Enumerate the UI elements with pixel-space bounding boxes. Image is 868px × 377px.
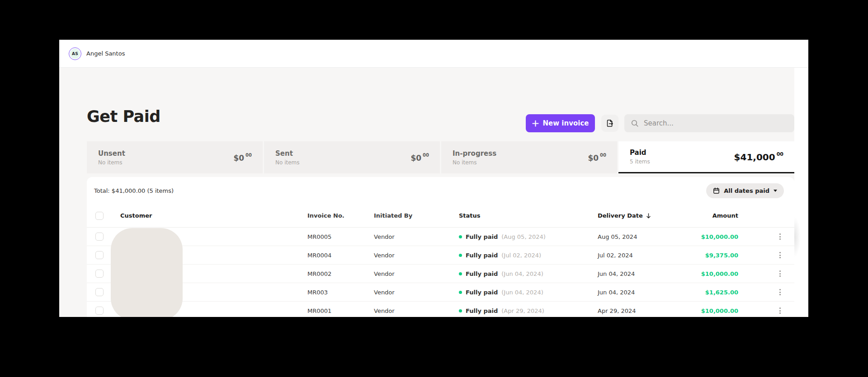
status-dot-icon — [459, 254, 462, 257]
caret-down-icon — [774, 190, 777, 192]
search-box — [624, 114, 794, 132]
amount-cell: $10,000.00 — [679, 233, 752, 240]
initiated-by-cell: Vendor — [369, 270, 450, 277]
tab-amount: $41,00000 — [734, 151, 783, 163]
delivery-date-cell: Jul 02, 2024 — [594, 252, 679, 259]
tab-item-count: No items — [453, 159, 496, 166]
date-filter-dropdown[interactable]: All dates paid — [706, 183, 784, 198]
tab-label: Paid — [630, 149, 650, 157]
status-cell: Fully paid (Aug 05, 2024) — [450, 233, 594, 240]
initiated-by-cell: Vendor — [369, 252, 450, 259]
tab-sent[interactable]: Sent No items $000 — [264, 141, 440, 173]
column-header-amount: Amount — [679, 212, 752, 219]
invoice-table-card: Total: $41,000.00 (5 items) All dates pa… — [87, 177, 794, 317]
row-actions-kebab-icon[interactable] — [778, 250, 783, 260]
invoice-row[interactable]: MR0005 Vendor Fully paid (Aug 05, 2024) … — [87, 228, 794, 246]
invoice-no-cell: MR0002 — [303, 270, 369, 277]
column-header-invoice-no: Invoice No. — [303, 212, 369, 219]
amount-cell: $10,000.00 — [679, 270, 752, 277]
status-tabs: Unsent No items $000 Sent No items $000 … — [87, 141, 794, 173]
tab-amount: $000 — [233, 153, 252, 163]
plus-icon — [532, 120, 539, 127]
page-title: Get Paid — [87, 107, 160, 126]
tab-label: Unsent — [98, 149, 125, 158]
calendar-icon — [713, 187, 720, 194]
column-header-customer: Customer — [108, 212, 303, 219]
avatar-initials: AS — [70, 49, 80, 59]
customer-redaction-blob — [111, 228, 183, 317]
new-invoice-button[interactable]: New invoice — [526, 114, 595, 132]
column-header-initiated-by: Initiated By — [369, 212, 450, 219]
right-edge-panel — [794, 68, 808, 317]
app-window: AS Angel Santos Get Paid New invoice — [59, 40, 808, 317]
avatar[interactable]: AS — [69, 47, 81, 60]
tab-item-count: No items — [98, 159, 125, 166]
row-actions-kebab-icon[interactable] — [778, 306, 783, 316]
main-area: Get Paid New invoice — [59, 68, 808, 317]
invoice-row[interactable]: MR003 Vendor Fully paid (Jun 04, 2024) J… — [87, 283, 794, 302]
tab-item-count: 5 items — [630, 158, 650, 165]
file-export-icon — [605, 119, 614, 128]
row-checkbox[interactable] — [95, 251, 104, 259]
status-dot-icon — [459, 291, 462, 294]
status-cell: Fully paid (Apr 29, 2024) — [450, 307, 594, 314]
row-checkbox[interactable] — [95, 288, 104, 296]
row-actions-kebab-icon[interactable] — [778, 287, 783, 297]
row-actions-kebab-icon[interactable] — [778, 232, 783, 242]
invoice-no-cell: MR0004 — [303, 252, 369, 259]
tab-unsent[interactable]: Unsent No items $000 — [87, 141, 263, 173]
delivery-date-cell: Jun 04, 2024 — [594, 289, 679, 296]
total-summary: Total: $41,000.00 (5 items) — [94, 187, 174, 194]
amount-cell: $10,000.00 — [679, 307, 752, 314]
row-checkbox[interactable] — [95, 233, 104, 241]
amount-cell: $1,625.00 — [679, 289, 752, 296]
invoice-no-cell: MR0005 — [303, 233, 369, 240]
delivery-date-cell: Aug 05, 2024 — [594, 233, 679, 240]
table-header-row: Customer Invoice No. Initiated By Status… — [87, 204, 794, 228]
row-checkbox[interactable] — [95, 270, 104, 278]
status-dot-icon — [459, 309, 462, 312]
tab-amount: $000 — [588, 153, 606, 163]
tab-label: Sent — [275, 149, 300, 158]
tab-amount: $000 — [410, 153, 429, 163]
status-cell: Fully paid (Jul 02, 2024) — [450, 252, 594, 259]
status-cell: Fully paid (Jun 04, 2024) — [450, 289, 594, 296]
user-name: Angel Santos — [86, 50, 125, 57]
invoice-no-cell: MR0001 — [303, 307, 369, 314]
page-background: AS Angel Santos Get Paid New invoice — [0, 0, 868, 377]
initiated-by-cell: Vendor — [369, 289, 450, 296]
select-all-checkbox[interactable] — [95, 212, 104, 220]
search-input[interactable] — [644, 119, 788, 127]
invoice-row[interactable]: MR0002 Vendor Fully paid (Jun 04, 2024) … — [87, 265, 794, 283]
tab-item-count: No items — [275, 159, 300, 166]
search-icon — [631, 119, 639, 127]
initiated-by-cell: Vendor — [369, 307, 450, 314]
tab-in-progress[interactable]: In-progress No items $000 — [441, 141, 617, 173]
amount-cell: $9,375.00 — [679, 252, 752, 259]
table-body: MR0005 Vendor Fully paid (Aug 05, 2024) … — [87, 228, 794, 317]
initiated-by-cell: Vendor — [369, 233, 450, 240]
status-dot-icon — [459, 235, 462, 238]
tab-paid[interactable]: Paid 5 items $41,00000 — [618, 141, 794, 173]
date-filter-label: All dates paid — [724, 187, 769, 194]
sort-descending-icon — [646, 213, 651, 219]
delivery-date-cell: Apr 29, 2024 — [594, 307, 679, 314]
column-header-delivery-date[interactable]: Delivery Date — [594, 212, 679, 219]
top-bar: AS Angel Santos — [59, 40, 808, 68]
invoice-row[interactable]: MR0004 Vendor Fully paid (Jul 02, 2024) … — [87, 246, 794, 265]
new-invoice-label: New invoice — [543, 119, 589, 127]
column-header-status: Status — [450, 212, 594, 219]
row-actions-kebab-icon[interactable] — [778, 269, 783, 279]
invoice-row[interactable]: MR0001 Vendor Fully paid (Apr 29, 2024) … — [87, 302, 794, 317]
delivery-date-cell: Jun 04, 2024 — [594, 270, 679, 277]
tab-label: In-progress — [453, 149, 496, 158]
export-invoices-button[interactable] — [601, 115, 618, 132]
row-checkbox[interactable] — [95, 307, 104, 315]
table-summary-bar: Total: $41,000.00 (5 items) All dates pa… — [87, 177, 794, 204]
status-dot-icon — [459, 272, 462, 275]
status-cell: Fully paid (Jun 04, 2024) — [450, 270, 594, 277]
invoice-no-cell: MR003 — [303, 289, 369, 296]
